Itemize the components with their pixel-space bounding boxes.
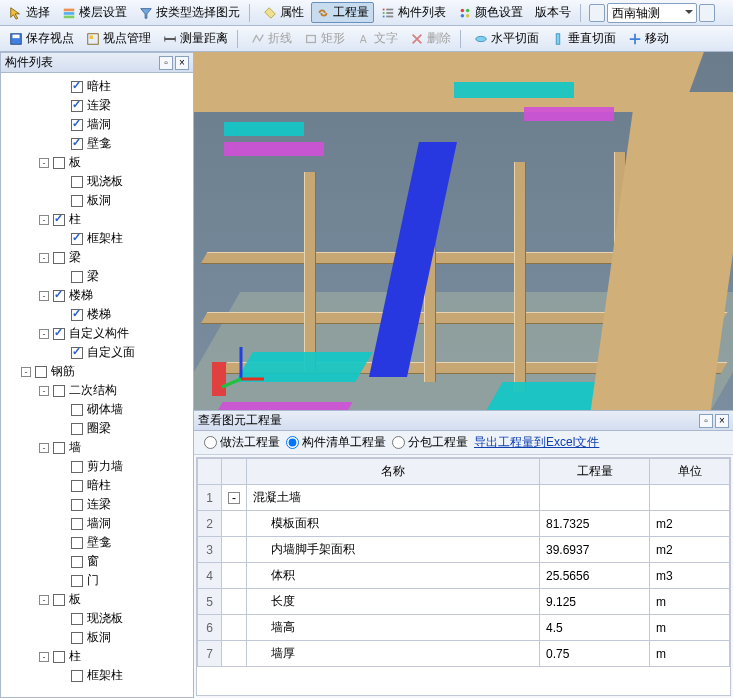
tree-checkbox[interactable] (71, 556, 83, 568)
tree-checkbox[interactable] (71, 575, 83, 587)
tree-checkbox[interactable] (35, 366, 47, 378)
tree-checkbox[interactable] (71, 138, 83, 150)
tree-checkbox[interactable] (71, 347, 83, 359)
tree-node[interactable]: 连梁 (3, 495, 191, 514)
tree-checkbox[interactable] (71, 100, 83, 112)
tree-node[interactable]: 连梁 (3, 96, 191, 115)
quantity-grid[interactable]: 名称 工程量 单位 1-混凝土墙2模板面积81.7325m23内墙脚手架面积39… (196, 457, 731, 696)
tree-checkbox[interactable] (71, 271, 83, 283)
view-dropdown[interactable]: 西南轴测 (607, 3, 697, 23)
tree-toggle[interactable]: - (39, 253, 49, 263)
floor-settings-button[interactable]: 楼层设置 (57, 2, 132, 23)
tree-checkbox[interactable] (71, 119, 83, 131)
tree-node[interactable]: 梁 (3, 267, 191, 286)
select-by-type-button[interactable]: 按类型选择图元 (134, 2, 245, 23)
panel-pin-button[interactable]: ▫ (159, 56, 173, 70)
tree-checkbox[interactable] (71, 81, 83, 93)
tree-node[interactable]: -板 (3, 153, 191, 172)
tree-node[interactable]: 楼梯 (3, 305, 191, 324)
tree-checkbox[interactable] (53, 594, 65, 606)
tree-node[interactable]: -楼梯 (3, 286, 191, 305)
tree-toggle[interactable]: - (39, 652, 49, 662)
tree-node[interactable]: 现浇板 (3, 609, 191, 628)
props-button[interactable]: 属性 (258, 2, 309, 23)
qty-panel-close-button[interactable]: × (715, 414, 729, 428)
tree-toggle[interactable]: - (21, 367, 31, 377)
component-tree[interactable]: 暗柱连梁墙洞壁龛-板现浇板板洞-柱框架柱-梁梁-楼梯楼梯-自定义构件自定义面-钢… (1, 73, 193, 697)
tree-checkbox[interactable] (53, 252, 65, 264)
viewport-3d[interactable] (194, 52, 733, 410)
export-excel-link[interactable]: 导出工程量到Excel文件 (474, 434, 599, 451)
polyline-button[interactable]: 折线 (246, 28, 297, 49)
tree-node[interactable]: 壁龛 (3, 134, 191, 153)
tree-checkbox[interactable] (53, 290, 65, 302)
select-button[interactable]: 选择 (4, 2, 55, 23)
tree-checkbox[interactable] (71, 195, 83, 207)
view-manager-button[interactable]: 视点管理 (81, 28, 156, 49)
view-prev-button[interactable] (589, 4, 605, 22)
tree-node[interactable]: 框架柱 (3, 666, 191, 685)
tree-checkbox[interactable] (71, 670, 83, 682)
text-button[interactable]: A文字 (352, 28, 403, 49)
tree-checkbox[interactable] (71, 499, 83, 511)
table-row[interactable]: 2模板面积81.7325m2 (198, 511, 730, 537)
opt-method-qty[interactable]: 做法工程量 (204, 434, 280, 451)
qty-button[interactable]: 工程量 (311, 2, 374, 23)
collapse-toggle[interactable]: - (228, 492, 240, 504)
tree-node[interactable]: -柱 (3, 210, 191, 229)
delete-button[interactable]: 删除 (405, 28, 456, 49)
tree-node[interactable]: 暗柱 (3, 476, 191, 495)
tree-checkbox[interactable] (71, 518, 83, 530)
tree-checkbox[interactable] (53, 651, 65, 663)
qty-panel-pin-button[interactable]: ▫ (699, 414, 713, 428)
table-group-row[interactable]: 1-混凝土墙 (198, 485, 730, 511)
tree-checkbox[interactable] (71, 480, 83, 492)
tree-checkbox[interactable] (71, 404, 83, 416)
version-button[interactable]: 版本号 (530, 2, 576, 23)
tree-toggle[interactable]: - (39, 215, 49, 225)
tree-node[interactable]: 现浇板 (3, 172, 191, 191)
tree-node[interactable]: 壁龛 (3, 533, 191, 552)
tree-checkbox[interactable] (71, 233, 83, 245)
tree-checkbox[interactable] (71, 632, 83, 644)
tree-checkbox[interactable] (71, 309, 83, 321)
opt-subcontract-qty[interactable]: 分包工程量 (392, 434, 468, 451)
table-row[interactable]: 7墙厚0.75m (198, 641, 730, 667)
tree-checkbox[interactable] (71, 176, 83, 188)
tree-node[interactable]: 板洞 (3, 628, 191, 647)
tree-node[interactable]: -墙 (3, 438, 191, 457)
tree-toggle[interactable]: - (39, 443, 49, 453)
tree-node[interactable]: 剪力墙 (3, 457, 191, 476)
tree-node[interactable]: 门 (3, 571, 191, 590)
tree-checkbox[interactable] (53, 385, 65, 397)
table-row[interactable]: 3内墙脚手架面积39.6937m2 (198, 537, 730, 563)
save-view-button[interactable]: 保存视点 (4, 28, 79, 49)
opt-component-list-qty[interactable]: 构件清单工程量 (286, 434, 386, 451)
tree-checkbox[interactable] (71, 613, 83, 625)
tree-checkbox[interactable] (53, 214, 65, 226)
tree-node[interactable]: -梁 (3, 248, 191, 267)
tree-toggle[interactable]: - (39, 595, 49, 605)
hcut-button[interactable]: 水平切面 (469, 28, 544, 49)
tree-checkbox[interactable] (71, 537, 83, 549)
tree-node[interactable]: 暗柱 (3, 77, 191, 96)
tree-node[interactable]: -自定义构件 (3, 324, 191, 343)
tree-checkbox[interactable] (71, 461, 83, 473)
tree-node[interactable]: 框架柱 (3, 229, 191, 248)
table-row[interactable]: 4体积25.5656m3 (198, 563, 730, 589)
tree-node[interactable]: -板 (3, 590, 191, 609)
color-settings-button[interactable]: 颜色设置 (453, 2, 528, 23)
tree-node[interactable]: -二次结构 (3, 381, 191, 400)
tree-node[interactable]: 窗 (3, 552, 191, 571)
table-row[interactable]: 6墙高4.5m (198, 615, 730, 641)
tree-node[interactable]: 自定义面 (3, 343, 191, 362)
component-list-button[interactable]: 构件列表 (376, 2, 451, 23)
tree-checkbox[interactable] (71, 423, 83, 435)
tree-checkbox[interactable] (53, 442, 65, 454)
measure-button[interactable]: 测量距离 (158, 28, 233, 49)
view-next-button[interactable] (699, 4, 715, 22)
tree-node[interactable]: 墙洞 (3, 514, 191, 533)
tree-node[interactable]: 砌体墙 (3, 400, 191, 419)
tree-checkbox[interactable] (53, 328, 65, 340)
tree-node[interactable]: 板洞 (3, 191, 191, 210)
